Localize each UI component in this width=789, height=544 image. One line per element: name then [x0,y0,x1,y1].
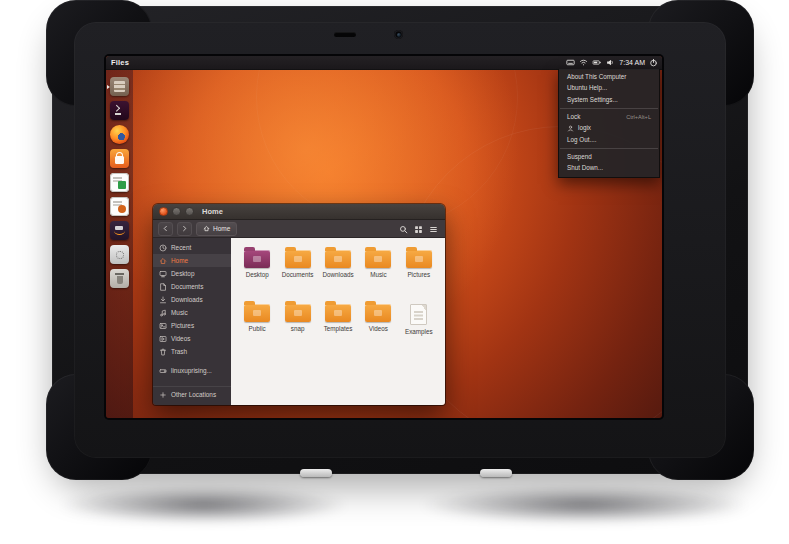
system-menu-item-ubuntu-help[interactable]: Ubuntu Help... [559,83,659,94]
sidebar-item-label: Pictures [171,322,194,329]
folder-music[interactable]: Music [358,246,398,279]
input-indicator-icon[interactable] [566,58,575,67]
hamburger-menu-icon[interactable] [429,220,438,238]
window-titlebar[interactable]: Home [153,204,445,220]
system-menu: About This ComputerUbuntu Help...System … [558,69,660,178]
screen: Files 7:34 AM [106,56,662,418]
sidebar-item-trash[interactable]: Trash [153,345,231,358]
window-maximize-button[interactable] [185,207,194,216]
bottom-foot-right [480,469,512,477]
pictures-icon [159,322,167,330]
tablet-device: Files 7:34 AM [52,6,748,474]
menu-item-label: Suspend [567,154,592,161]
folder-videos[interactable]: Videos [358,300,398,333]
forward-button[interactable] [177,222,192,236]
system-menu-item-log-out[interactable]: Log Out.... [559,135,659,146]
dock-launcher-system-settings[interactable] [106,245,133,264]
system-menu-item-lock[interactable]: LockCtrl+Alt+L [559,112,659,123]
sidebar-item-documents[interactable]: Documents [153,280,231,293]
files-window: Home Home [153,204,445,405]
libreoffice-calc-icon [110,173,129,192]
folder-label: Documents [282,272,314,279]
menu-item-label: Log Out.... [567,137,596,144]
tablet-shadow-right [418,486,750,524]
sidebar-item-music[interactable]: Music [153,306,231,319]
window-toolbar: Home [153,220,445,238]
sidebar-item-label: Trash [171,348,187,355]
window-minimize-button[interactable] [172,207,181,216]
trash-icon [110,269,129,288]
breadcrumb-label: Home [213,225,230,232]
network-icon[interactable] [579,58,588,67]
topbar-app-menu[interactable]: Files [106,58,129,67]
desktop-icon [159,270,167,278]
system-menu-item-shut-down[interactable]: Shut Down... [559,163,659,174]
window-body: RecentHomeDesktopDocumentsDownloadsMusic… [153,238,445,405]
home-icon [203,225,210,233]
menu-item-label: About This Computer [567,74,626,81]
window-title: Home [202,207,223,216]
view-toggle-icon[interactable] [414,220,423,238]
dock-launcher-amazon[interactable] [106,221,133,240]
folder-desktop[interactable]: Desktop [237,246,277,279]
sidebar-item-home[interactable]: Home [153,254,231,267]
sidebar-item-pictures[interactable]: Pictures [153,319,231,332]
dock-launcher-ubuntu-software[interactable] [106,149,133,168]
menu-item-label: System Settings... [567,97,618,104]
dock-launcher-files[interactable] [106,77,133,96]
music-icon [159,309,167,317]
dock-launcher-libreoffice-impress[interactable] [106,197,133,216]
system-settings-icon [110,245,129,264]
folder-documents[interactable]: Documents [277,246,317,279]
dock-launcher-libreoffice-calc[interactable] [106,173,133,192]
videos-icon [159,335,167,343]
clock[interactable]: 7:34 AM [619,59,645,66]
volume-icon[interactable] [606,58,615,67]
files-icon [110,77,129,96]
sidebar-item-label: Other Locations [171,391,216,398]
menu-item-label: Ubuntu Help... [567,85,607,92]
power-menu-icon[interactable] [649,58,658,67]
sidebar-item-label: Documents [171,283,203,290]
sidebar-item-other-locations[interactable]: Other Locations [153,386,231,402]
sidebar-item-linuxuprising[interactable]: linuxuprising... [153,364,231,377]
search-icon[interactable] [399,220,408,238]
system-menu-item-logix[interactable]: logix [559,123,659,134]
dock-launcher-firefox[interactable] [106,125,133,144]
stage: Files 7:34 AM [0,0,789,544]
sidebar-item-label: Music [171,309,188,316]
toolbar-actions [399,220,440,238]
folder-icon [244,304,270,322]
back-button[interactable] [158,222,173,236]
folder-icon [244,250,270,268]
folder-public[interactable]: Public [237,300,277,333]
dock-launcher-terminal[interactable] [106,101,133,120]
libreoffice-impress-icon [110,197,129,216]
sidebar-item-downloads[interactable]: Downloads [153,293,231,306]
sidebar-item-label: linuxuprising... [171,367,212,374]
folder-downloads[interactable]: Downloads [318,246,358,279]
folder-label: Downloads [322,272,353,279]
folder-pictures[interactable]: Pictures [399,246,439,279]
breadcrumb[interactable]: Home [196,222,237,236]
folder-examples[interactable]: Examples [399,300,439,336]
document-icon [410,304,427,325]
folder-icon [406,250,432,268]
dock-launcher-trash[interactable] [106,269,133,288]
folder-label: Templates [324,326,353,333]
sidebar-item-recent[interactable]: Recent [153,241,231,254]
folder-templates[interactable]: Templates [318,300,358,333]
drive-icon [159,367,167,375]
window-close-button[interactable] [159,207,168,216]
system-menu-item-suspend[interactable]: Suspend [559,152,659,163]
sidebar-item-videos[interactable]: Videos [153,332,231,345]
firefox-icon [110,125,129,144]
tablet-shadow-left [58,486,350,524]
system-menu-item-system-settings[interactable]: System Settings... [559,95,659,106]
system-menu-item-about-this-computer[interactable]: About This Computer [559,72,659,83]
recent-icon [159,244,167,252]
sidebar-item-label: Videos [171,335,190,342]
sidebar-item-desktop[interactable]: Desktop [153,267,231,280]
folder-snap[interactable]: snap [277,300,317,333]
battery-icon[interactable] [592,58,602,67]
